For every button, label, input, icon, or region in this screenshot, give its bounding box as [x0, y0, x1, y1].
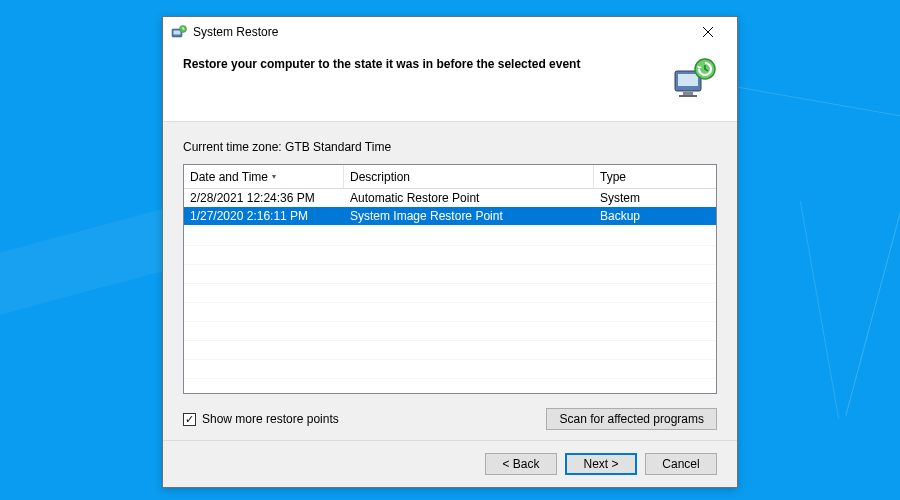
table-header: Date and Time ▾ Description Type — [184, 165, 716, 189]
column-header-type[interactable]: Type — [594, 165, 716, 188]
column-header-date-label: Date and Time — [190, 170, 268, 184]
header-title: Restore your computer to the state it wa… — [183, 55, 659, 71]
column-header-description[interactable]: Description — [344, 165, 594, 188]
cell-date: 1/27/2020 2:16:11 PM — [184, 208, 344, 224]
table-body: 2/28/2021 12:24:36 PMAutomatic Restore P… — [184, 189, 716, 393]
svg-rect-4 — [678, 74, 698, 86]
svg-rect-1 — [174, 31, 181, 35]
dialog-content: Current time zone: GTB Standard Time Dat… — [163, 122, 737, 440]
column-header-type-label: Type — [600, 170, 626, 184]
window-title: System Restore — [193, 25, 687, 39]
svg-rect-6 — [679, 95, 697, 97]
dialog-footer: < Back Next > Cancel — [163, 440, 737, 487]
table-row[interactable]: 2/28/2021 12:24:36 PMAutomatic Restore P… — [184, 189, 716, 207]
svg-rect-5 — [683, 92, 693, 95]
cell-date: 2/28/2021 12:24:36 PM — [184, 190, 344, 206]
timezone-label: Current time zone: GTB Standard Time — [183, 140, 717, 154]
show-more-label: Show more restore points — [202, 412, 339, 426]
column-header-description-label: Description — [350, 170, 410, 184]
cell-description: Automatic Restore Point — [344, 190, 594, 206]
next-button[interactable]: Next > — [565, 453, 637, 475]
cell-type: Backup — [594, 208, 716, 224]
system-restore-dialog: System Restore Restore your computer to … — [162, 16, 738, 488]
column-header-date[interactable]: Date and Time ▾ — [184, 165, 344, 188]
restore-header-icon — [669, 55, 717, 103]
cell-type: System — [594, 190, 716, 206]
show-more-checkbox-wrap[interactable]: ✓ Show more restore points — [183, 412, 339, 426]
table-footer-row: ✓ Show more restore points Scan for affe… — [183, 408, 717, 430]
scan-affected-programs-button[interactable]: Scan for affected programs — [546, 408, 717, 430]
system-restore-icon — [171, 24, 187, 40]
sort-descending-icon: ▾ — [272, 172, 276, 181]
show-more-checkbox[interactable]: ✓ — [183, 413, 196, 426]
dialog-header: Restore your computer to the state it wa… — [163, 47, 737, 122]
close-icon — [703, 27, 713, 37]
restore-points-table: Date and Time ▾ Description Type 2/28/20… — [183, 164, 717, 394]
back-button[interactable]: < Back — [485, 453, 557, 475]
table-row[interactable]: 1/27/2020 2:16:11 PMSystem Image Restore… — [184, 207, 716, 225]
cancel-button[interactable]: Cancel — [645, 453, 717, 475]
close-button[interactable] — [687, 18, 729, 46]
cell-description: System Image Restore Point — [344, 208, 594, 224]
titlebar: System Restore — [163, 17, 737, 47]
